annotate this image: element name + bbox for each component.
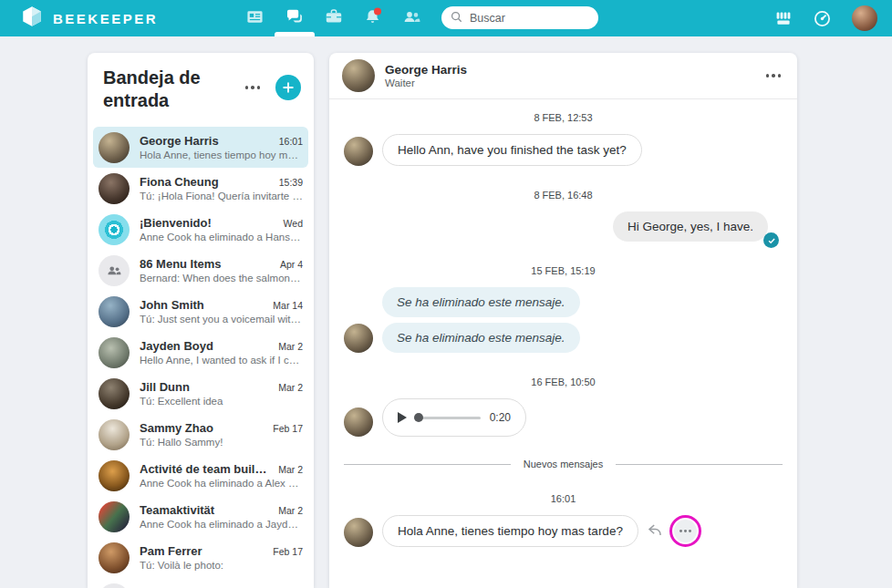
- audio-progress-track[interactable]: [414, 417, 481, 419]
- contact-avatar[interactable]: [342, 59, 375, 92]
- sender-avatar[interactable]: [344, 518, 373, 547]
- conversation-preview: Tú: Just sent you a voicemail with d…: [140, 314, 303, 325]
- avatar: [99, 460, 130, 491]
- conversation-jill-dunn[interactable]: Jill DunnMar 2 Tú: Excellent idea: [93, 373, 308, 414]
- conversation-name: John Smith: [140, 298, 265, 312]
- chat-panel: George Harris Waiter 8 FEB, 12:53 Hello …: [329, 53, 797, 588]
- conversation-preview: Tú: ¡Hola Fiona! Quería invitarte a u…: [140, 191, 303, 201]
- chat-more-options-icon[interactable]: [762, 70, 784, 81]
- contact-role: Waiter: [385, 77, 467, 88]
- conversation-pam-ferrer[interactable]: Pam FerrerFeb 17 Tú: Voilà le photo:: [93, 537, 308, 578]
- beekeeper-welcome-logo-icon: [99, 214, 130, 245]
- dashboard-icon[interactable]: [813, 9, 832, 28]
- conversation-name: George Harris: [140, 134, 272, 148]
- nav-toolbox[interactable]: [314, 0, 353, 36]
- inbox-actions: [242, 75, 301, 100]
- conversation-time: Feb 17: [273, 423, 303, 434]
- chats-icon: [285, 7, 304, 29]
- conversation-name: Pam Ferrer: [140, 544, 265, 558]
- conversation-activite-team-building[interactable]: Activité de team buildingMar 2 Anne Cook…: [93, 455, 308, 496]
- inbox-header: Bandeja de entrada: [88, 53, 314, 119]
- message-row-incoming: Hola Anne, tienes tiempo hoy mas tarde?: [344, 515, 783, 547]
- message-more-options-icon[interactable]: [674, 520, 697, 542]
- group-avatar-icon: [99, 255, 130, 286]
- conversation-preview: Tú: Excellent idea: [140, 396, 303, 407]
- search-icon: [451, 10, 462, 26]
- date-separator: 15 FEB, 15:19: [344, 265, 783, 276]
- inbox-sidebar: Bandeja de entrada George Harris16:01 Ho…: [88, 53, 314, 588]
- conversation-preview: Anne Cook ha eliminado a Hans Kla…: [140, 232, 303, 242]
- conversation-john-smith[interactable]: John SmithMar 14 Tú: Just sent you a voi…: [93, 291, 308, 332]
- conversation-name: Jayden Boyd: [140, 339, 271, 353]
- conversation-bienvenido[interactable]: ¡Bienvenido!Wed Anne Cook ha eliminado a…: [93, 209, 308, 250]
- conversation-george-harris[interactable]: George Harris16:01 Hola Anne, tienes tie…: [93, 127, 308, 168]
- search-box: [441, 6, 598, 29]
- conversation-name: ¡Bienvenido!: [140, 216, 276, 230]
- avatar: [99, 501, 130, 532]
- conversation-86-menu-items[interactable]: 86 Menu ItemsApr 4 Bernard: When does th…: [93, 250, 308, 291]
- message-bubble[interactable]: Hi George, yes, I have.: [613, 211, 768, 242]
- conversation-time: Mar 14: [273, 300, 303, 311]
- conversation-time: Mar 2: [278, 464, 303, 475]
- conversation-preview: Hola Anne, tienes tiempo hoy mas t…: [140, 150, 303, 160]
- brand-name: BEEKEEPER: [53, 11, 158, 26]
- inbox-title: Bandeja de entrada: [103, 67, 231, 112]
- audio-progress-knob[interactable]: [414, 413, 423, 422]
- sender-avatar[interactable]: [344, 324, 373, 353]
- time-separator: 16:01: [344, 493, 783, 504]
- conversation-time: Mar 2: [278, 341, 303, 352]
- nav-chats[interactable]: [275, 0, 314, 36]
- main-nav: [235, 0, 431, 36]
- conversation-name: Jill Dunn: [140, 380, 271, 394]
- conversation-time: Feb 17: [273, 546, 303, 557]
- nav-stream[interactable]: [235, 0, 275, 36]
- reply-icon[interactable]: [647, 521, 663, 542]
- brand[interactable]: BEEKEEPER: [20, 5, 158, 32]
- sender-avatar[interactable]: [344, 137, 373, 166]
- conversation-name: Sammy Zhao: [140, 421, 265, 435]
- conversation-evening-activity[interactable]: Evening activityFeb 17: [93, 578, 308, 588]
- nav-notifications[interactable]: [353, 0, 392, 36]
- search-input[interactable]: [470, 12, 579, 25]
- conversation-time: Apr 4: [280, 259, 303, 270]
- avatar: [99, 337, 130, 368]
- nav-people[interactable]: [392, 0, 431, 36]
- new-chat-button[interactable]: [275, 75, 301, 100]
- conversation-preview: Tú: Hallo Sammy!: [140, 437, 303, 448]
- date-separator: 16 FEB, 10:50: [344, 377, 783, 387]
- avatar: [99, 378, 130, 409]
- avatar: [99, 542, 130, 573]
- message-row-outgoing: Hi George, yes, I have.: [344, 211, 783, 242]
- toolbox-icon: [325, 7, 343, 29]
- conversation-jayden-boyd[interactable]: Jayden BoydMar 2 Hello Anne, I wanted to…: [93, 332, 308, 373]
- conversation-preview: Tú: Voilà le photo:: [140, 560, 303, 571]
- avatar: [99, 419, 130, 450]
- user-avatar[interactable]: [852, 5, 877, 31]
- conversation-name: Activité de team building: [140, 462, 271, 476]
- deleted-message-bubble: Se ha eliminado este mensaje.: [382, 287, 580, 317]
- conversation-preview: Hello Anne, I wanted to ask if I could…: [140, 355, 303, 366]
- message-row-incoming: Hello Ann, have you finished the task ye…: [344, 134, 783, 166]
- chat-header: George Harris Waiter: [329, 53, 797, 99]
- conversation-teamaktivitaet[interactable]: TeamaktivitätMar 2 Anne Cook ha eliminad…: [93, 496, 308, 537]
- sender-avatar[interactable]: [344, 407, 373, 437]
- people-icon: [402, 7, 421, 30]
- audio-message-bubble: 0:20: [382, 398, 526, 437]
- avatar: [99, 296, 130, 327]
- message-bubble[interactable]: Hello Ann, have you finished the task ye…: [382, 134, 642, 166]
- top-right-icons: [774, 0, 877, 36]
- contact-name: George Harris: [385, 63, 467, 77]
- inbox-more-options-icon[interactable]: [242, 82, 264, 93]
- conversation-name: Teamaktivität: [140, 503, 271, 517]
- notifications-icon: [363, 7, 382, 30]
- message-bubble[interactable]: Hola Anne, tienes tiempo hoy mas tarde?: [382, 515, 638, 547]
- marketplace-icon[interactable]: [774, 9, 793, 27]
- date-separator: 8 FEB, 16:48: [344, 190, 783, 201]
- conversation-fiona-cheung[interactable]: Fiona Cheung15:39 Tú: ¡Hola Fiona! Querí…: [93, 168, 308, 209]
- conversation-preview: Anne Cook ha eliminado a Alex Jone…: [140, 478, 303, 489]
- new-messages-label: Nuevos mensajes: [524, 459, 603, 469]
- beekeeper-app: BEEKEEPER: [0, 0, 892, 588]
- conversation-sammy-zhao[interactable]: Sammy ZhaoFeb 17 Tú: Hallo Sammy!: [93, 414, 308, 455]
- play-icon[interactable]: [398, 412, 407, 423]
- conversation-time: 16:01: [279, 136, 303, 147]
